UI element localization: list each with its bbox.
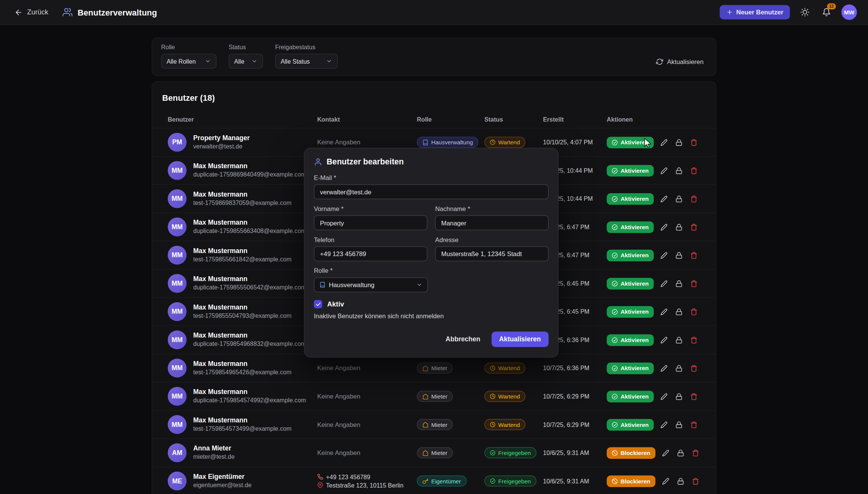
activate-button[interactable]: Aktivieren [607, 362, 654, 374]
delete-button[interactable] [689, 335, 699, 345]
last-name-label: Nachname * [435, 205, 549, 212]
lock-button[interactable] [676, 476, 685, 486]
delete-button[interactable] [689, 392, 699, 401]
lock-icon [675, 308, 682, 315]
edit-button[interactable] [659, 194, 669, 203]
sun-icon [801, 8, 809, 16]
cancel-button[interactable]: Abbrechen [439, 331, 487, 347]
status-badge: Wartend [484, 363, 525, 374]
edit-button[interactable] [661, 448, 670, 458]
dialog-title: Benutzer bearbeiten [327, 157, 404, 166]
edit-button[interactable] [659, 335, 669, 345]
active-checkbox[interactable] [314, 300, 322, 308]
user-email: duplicate-1759854968832@example.com [193, 340, 306, 348]
edit-button[interactable] [661, 476, 670, 486]
lock-button[interactable] [674, 166, 683, 175]
edit-button[interactable] [659, 166, 669, 175]
activate-button[interactable]: Aktivieren [607, 193, 654, 205]
lock-button[interactable] [674, 392, 683, 401]
trash-icon [690, 139, 698, 146]
col-header-status: Status [484, 116, 543, 123]
role-filter-select[interactable]: Alle Rollen [161, 54, 216, 69]
col-header-rolle: Rolle [417, 116, 484, 123]
first-name-field[interactable] [314, 215, 427, 230]
lock-icon [677, 477, 684, 485]
user-email: mieter@test.de [193, 453, 235, 461]
approval-filter-select[interactable]: Alle Status [275, 54, 338, 69]
activate-button[interactable]: Aktivieren [607, 334, 654, 346]
trash-icon [690, 421, 698, 428]
edit-button[interactable] [659, 138, 669, 147]
edit-button[interactable] [659, 392, 669, 401]
delete-button[interactable] [691, 476, 700, 486]
trash-icon [692, 477, 699, 485]
role-label: Rolle * [314, 267, 549, 274]
edit-button[interactable] [659, 279, 669, 288]
delete-button[interactable] [691, 448, 700, 458]
address-field[interactable] [435, 246, 549, 261]
activate-button[interactable]: Aktivieren [607, 221, 654, 233]
email-field[interactable] [314, 184, 549, 199]
edit-button[interactable] [659, 250, 669, 260]
lock-icon [675, 167, 682, 174]
edit-button[interactable] [659, 222, 669, 232]
lock-button[interactable] [674, 363, 683, 373]
lock-button[interactable] [676, 448, 685, 458]
delete-button[interactable] [689, 166, 699, 175]
activate-button[interactable]: Aktivieren [607, 306, 654, 317]
check-circle-icon [612, 224, 618, 230]
update-button[interactable]: Aktualisieren [491, 331, 549, 347]
activate-button[interactable]: Aktivieren [607, 419, 654, 430]
block-button[interactable]: Blockieren [607, 447, 655, 459]
delete-button[interactable] [689, 194, 699, 203]
lock-icon [675, 252, 682, 259]
trash-icon [692, 449, 699, 456]
status-filter-select[interactable]: Alle [228, 54, 263, 69]
lock-button[interactable] [674, 194, 683, 203]
phone-field[interactable] [314, 246, 427, 261]
block-button[interactable]: Blockieren [607, 475, 655, 487]
created-cell: 10/6/25, 9:31 AM [543, 449, 607, 456]
lock-button[interactable] [674, 250, 683, 260]
edit-button[interactable] [659, 363, 669, 373]
delete-button[interactable] [689, 222, 699, 232]
delete-button[interactable] [689, 250, 699, 260]
lock-button[interactable] [674, 307, 683, 316]
last-name-field[interactable] [435, 215, 549, 230]
refresh-button[interactable]: Aktualisieren [653, 58, 707, 66]
theme-toggle-button[interactable] [798, 6, 812, 19]
activate-button[interactable]: Aktivieren [607, 165, 654, 177]
lock-button[interactable] [674, 279, 683, 288]
activate-button[interactable]: Aktivieren [607, 249, 654, 261]
lock-button[interactable] [674, 138, 683, 147]
delete-button[interactable] [689, 307, 699, 316]
role-label: Mieter [431, 421, 447, 428]
new-user-button[interactable]: Neuer Benutzer [719, 5, 790, 19]
delete-button[interactable] [689, 279, 699, 288]
role-label: Mieter [431, 449, 447, 456]
trash-icon [690, 195, 698, 202]
lock-icon [675, 336, 682, 344]
delete-button[interactable] [689, 420, 699, 429]
active-label: Aktiv [327, 300, 344, 308]
lock-button[interactable] [674, 420, 683, 429]
ban-icon [612, 478, 618, 484]
edit-button[interactable] [659, 420, 669, 429]
avatar: MM [168, 246, 187, 265]
back-label: Zurück [27, 8, 48, 16]
notifications-button[interactable]: 12 [820, 6, 833, 19]
user-email: verwalter@test.de [193, 142, 250, 150]
pencil-icon [660, 393, 668, 400]
role-select[interactable]: Hausverwaltung [314, 277, 428, 292]
activate-button[interactable]: Aktivieren [607, 278, 654, 289]
activate-button[interactable]: Aktivieren [607, 391, 654, 402]
table-row: AMAnna Mietermieter@test.de Keine Angabe… [152, 438, 716, 467]
user-email: duplicate-1759855506542@example.com [193, 284, 306, 292]
back-button[interactable]: Zurück [11, 6, 52, 19]
lock-button[interactable] [674, 335, 683, 345]
delete-button[interactable] [689, 138, 699, 147]
lock-button[interactable] [674, 222, 683, 232]
user-avatar[interactable]: MW [841, 5, 857, 20]
edit-button[interactable] [659, 307, 669, 316]
delete-button[interactable] [689, 363, 699, 373]
